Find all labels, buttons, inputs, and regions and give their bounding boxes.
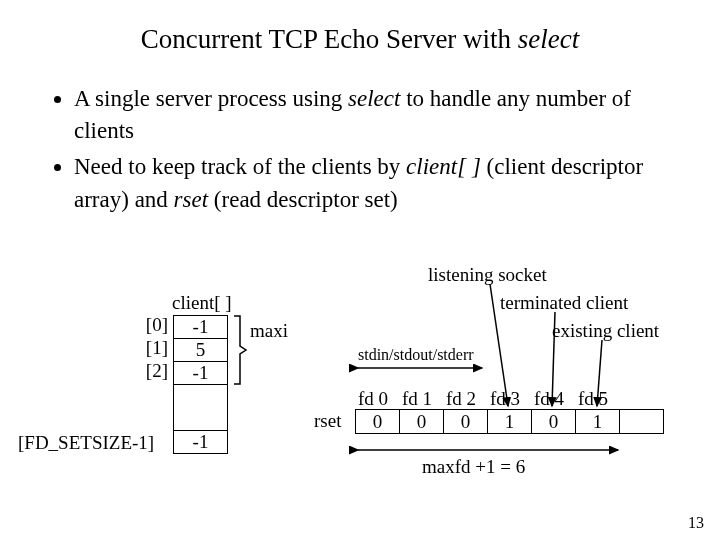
b2-t0: Need to keep track of the clients by xyxy=(74,154,406,179)
diagram-area: client[ ] [0] [1] [2] [FD_SETSIZE-1] -1 … xyxy=(0,260,720,510)
bullet-list: A single server process using select to … xyxy=(0,55,720,216)
b1-t1: select xyxy=(348,86,400,111)
b2-t4: (read descriptor set) xyxy=(208,187,398,212)
svg-line-2 xyxy=(597,340,602,406)
b1-t0: A single server process using xyxy=(74,86,348,111)
diagram-arrows xyxy=(0,260,720,510)
title-italic: select xyxy=(518,24,579,54)
b2-t1: client[ ] xyxy=(406,154,481,179)
b2-t3: rset xyxy=(174,187,209,212)
slide-title: Concurrent TCP Echo Server with select xyxy=(0,0,720,55)
page-number: 13 xyxy=(688,514,704,532)
bullet-2: Need to keep track of the clients by cli… xyxy=(74,151,680,215)
title-text: Concurrent TCP Echo Server with xyxy=(141,24,518,54)
bullet-1: A single server process using select to … xyxy=(74,83,680,147)
svg-line-0 xyxy=(490,284,508,406)
svg-line-1 xyxy=(552,312,555,406)
